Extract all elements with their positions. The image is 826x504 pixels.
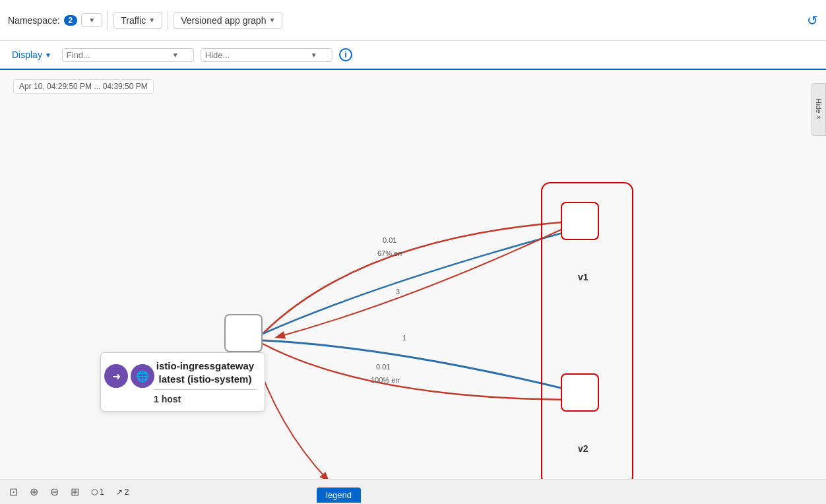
namespace-label: Namespace: bbox=[8, 15, 60, 26]
v1-node[interactable] bbox=[561, 202, 599, 240]
edge-label-top-rate: 0.01 bbox=[383, 236, 397, 244]
edge-count-label: 2 bbox=[125, 488, 129, 497]
hide-input[interactable] bbox=[205, 50, 311, 60]
hide-input-wrap: ▼ bbox=[201, 48, 333, 62]
edge-label-mid-rate: 3 bbox=[396, 288, 400, 296]
secondary-toolbar: Display ▼ ▼ ▼ i bbox=[0, 41, 826, 70]
traffic-label: Traffic bbox=[121, 15, 146, 26]
gateway-globe-icon: 🌐 bbox=[131, 364, 154, 388]
namespace-arrow-icon: ▼ bbox=[88, 16, 95, 24]
edge-count: ↗ 2 bbox=[116, 488, 129, 497]
namespace-badge: 2 bbox=[64, 15, 78, 26]
find-input-wrap: ▼ bbox=[62, 48, 194, 62]
top-toolbar: Namespace: 2 ▼ Traffic ▼ Versioned app g… bbox=[0, 0, 826, 41]
node-count: ⬡ 1 bbox=[91, 488, 104, 497]
gateway-tooltip-hosts: 1 host bbox=[154, 394, 257, 404]
find-dropdown-icon[interactable]: ▼ bbox=[172, 51, 179, 59]
graph-area: Apr 10, 04:29:50 PM ... 04:39:50 PM Hide… bbox=[0, 70, 826, 504]
divider2 bbox=[168, 11, 168, 30]
node-count-label: 1 bbox=[100, 488, 104, 497]
v2-node[interactable] bbox=[561, 373, 599, 412]
traffic-arrow-icon: ▼ bbox=[148, 16, 155, 24]
gateway-arrow-icon: ➜ bbox=[104, 364, 128, 388]
gateway-node[interactable] bbox=[224, 314, 263, 352]
zoom-fit-icon[interactable]: ⊡ bbox=[9, 486, 18, 498]
zoom-in-icon[interactable]: ⊕ bbox=[30, 486, 38, 498]
versioned-app-dropdown[interactable]: Versioned app graph ▼ bbox=[174, 12, 282, 29]
info-icon[interactable]: i bbox=[339, 48, 352, 61]
legend-button[interactable]: legend bbox=[317, 488, 361, 503]
v2-label: v2 bbox=[578, 443, 588, 454]
bottom-bar: ⊡ ⊕ ⊖ ⊞ ⬡ 1 ↗ 2 legend bbox=[0, 479, 826, 504]
node-icon: ⬡ bbox=[91, 488, 98, 497]
display-button[interactable]: Display ▼ bbox=[8, 48, 55, 61]
hide-dropdown-icon[interactable]: ▼ bbox=[311, 51, 317, 59]
tooltip-divider bbox=[154, 389, 257, 390]
zoom-out-icon[interactable]: ⊖ bbox=[50, 486, 59, 498]
gateway-tooltip-icons: ➜ 🌐 bbox=[104, 364, 154, 388]
edge-label-top-err: 67% err bbox=[377, 249, 403, 257]
refresh-button[interactable]: ↺ bbox=[807, 13, 818, 28]
find-input[interactable] bbox=[67, 50, 172, 60]
versioned-app-arrow-icon: ▼ bbox=[269, 16, 275, 24]
layout-icon[interactable]: ⊞ bbox=[71, 486, 79, 498]
gateway-tooltip-title: istio-ingressgateway latest (istio-syste… bbox=[154, 360, 257, 385]
edge-icon: ↗ bbox=[116, 488, 123, 497]
edge-label-bot-err: 100% err bbox=[371, 376, 400, 384]
traffic-dropdown[interactable]: Traffic ▼ bbox=[113, 12, 162, 29]
graph-edges-svg bbox=[0, 70, 826, 504]
display-label: Display bbox=[12, 49, 42, 60]
versioned-app-label: Versioned app graph bbox=[181, 15, 266, 26]
divider1 bbox=[108, 11, 108, 30]
edge-label-bottom-count: 1 bbox=[402, 334, 406, 342]
namespace-group: Namespace: 2 ▼ bbox=[8, 13, 102, 27]
v1-label: v1 bbox=[578, 272, 588, 282]
display-arrow-icon: ▼ bbox=[45, 51, 51, 59]
namespace-dropdown[interactable]: ▼ bbox=[81, 13, 102, 27]
edge-label-bot-rate: 0.01 bbox=[376, 363, 390, 371]
